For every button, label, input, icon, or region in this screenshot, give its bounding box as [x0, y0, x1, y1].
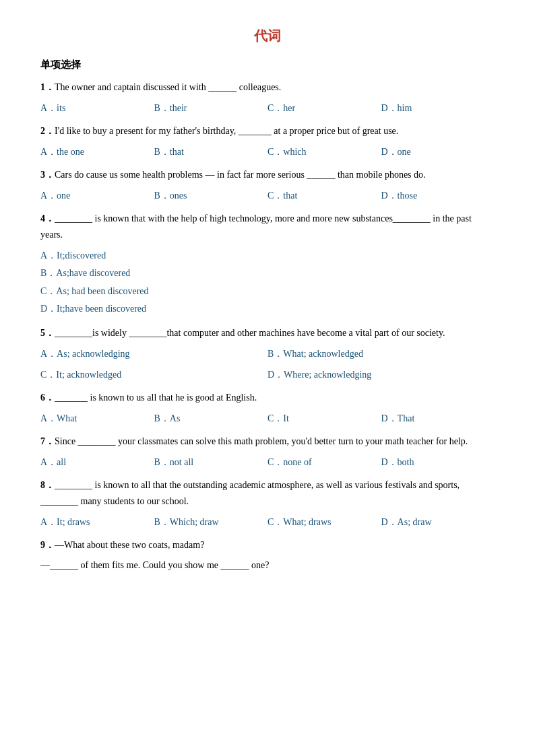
- options-row: C．It; acknowledgedD．Where; acknowledging: [40, 366, 495, 383]
- options-col: A．It;discoveredB．As;have discoveredC．As;…: [40, 247, 495, 318]
- question-text: 4．________ is known that with the help o…: [40, 211, 495, 243]
- option: B．ones: [154, 187, 268, 204]
- option: C．which: [268, 143, 381, 160]
- options-row: A．oneB．onesC．thatD．those: [40, 187, 495, 204]
- option: C．that: [268, 187, 381, 204]
- question-block: 5．________is widely ________that compute…: [40, 325, 495, 383]
- question-text: 6．_______ is known to us all that he is …: [40, 390, 495, 406]
- options-row: A．WhatB．AsC．ItD．That: [40, 410, 495, 427]
- option: A．one: [40, 187, 154, 204]
- section-title: 单项选择: [40, 59, 495, 71]
- question-text: 7．Since ________ your classmates can sol…: [40, 434, 495, 450]
- question-text: 1．The owner and captain discussed it wit…: [40, 79, 495, 96]
- option: D．It;have been discovered: [40, 300, 495, 318]
- question-block: 7．Since ________ your classmates can sol…: [40, 434, 495, 471]
- question-text: 2．I'd like to buy a present for my fathe…: [40, 123, 495, 139]
- option: A．As; acknowledging: [40, 345, 268, 362]
- question-text: 8．________ is known to all that the outs…: [40, 477, 495, 510]
- question-block: 9．—What about these two coats, madam?—__…: [40, 537, 495, 574]
- question-text: 5．________is widely ________that compute…: [40, 325, 495, 341]
- option: C．As; had been discovered: [40, 283, 495, 301]
- question-block: 1．The owner and captain discussed it wit…: [40, 79, 495, 116]
- question-block: 3．Cars do cause us some health problems …: [40, 167, 495, 204]
- option: C．What; draws: [268, 514, 381, 530]
- question-block: 4．________ is known that with the help o…: [40, 211, 495, 318]
- option: B．Which; draw: [154, 514, 268, 530]
- option: C．none of: [268, 454, 381, 471]
- option: A．its: [40, 100, 154, 116]
- question-block: 8．________ is known to all that the outs…: [40, 477, 495, 530]
- question-block: 2．I'd like to buy a present for my fathe…: [40, 123, 495, 160]
- option: B．As: [154, 410, 268, 427]
- option: D．That: [381, 410, 495, 427]
- questions-container: 1．The owner and captain discussed it wit…: [40, 79, 495, 573]
- page-title: 代词: [40, 27, 495, 45]
- options-row: A．As; acknowledgingB．What; acknowledged: [40, 345, 495, 362]
- option: A．all: [40, 454, 154, 471]
- options-row: A．itsB．theirC．herD．him: [40, 100, 495, 116]
- options-row: A．It; drawsB．Which; drawC．What; drawsD．A…: [40, 514, 495, 530]
- option: B．What; acknowledged: [268, 345, 495, 362]
- question-text: 9．—What about these two coats, madam?: [40, 537, 495, 553]
- question-block: 6．_______ is known to us all that he is …: [40, 390, 495, 427]
- option: D．those: [381, 187, 495, 204]
- question-text: —______ of them fits me. Could you show …: [40, 557, 495, 574]
- option: A．It; draws: [40, 514, 154, 530]
- options-row: A．allB．not allC．none ofD．both: [40, 454, 495, 471]
- option: D．As; draw: [381, 514, 495, 530]
- option: B．that: [154, 143, 268, 160]
- question-text: 3．Cars do cause us some health problems …: [40, 167, 495, 183]
- option: B．their: [154, 100, 268, 116]
- option: D．Where; acknowledging: [268, 366, 495, 383]
- option: D．him: [381, 100, 495, 116]
- option: D．both: [381, 454, 495, 471]
- option: C．It; acknowledged: [40, 366, 268, 383]
- option: C．her: [268, 100, 381, 116]
- option: B．As;have discovered: [40, 265, 495, 283]
- option: A．It;discovered: [40, 247, 495, 265]
- option: D．one: [381, 143, 495, 160]
- option: A．What: [40, 410, 154, 427]
- option: B．not all: [154, 454, 268, 471]
- option: C．It: [268, 410, 381, 427]
- option: A．the one: [40, 143, 154, 160]
- options-row: A．the oneB．thatC．whichD．one: [40, 143, 495, 160]
